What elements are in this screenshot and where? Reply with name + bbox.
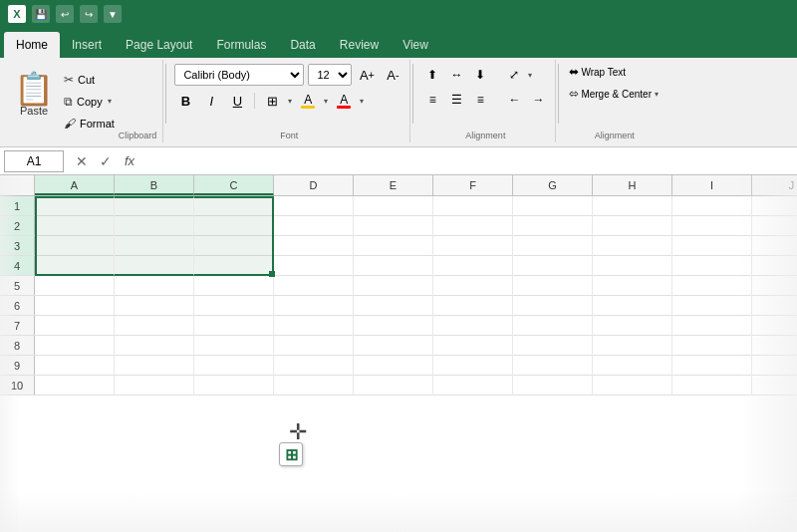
cell-D3[interactable] — [274, 236, 354, 256]
cell-G5[interactable] — [513, 276, 593, 296]
cell-A9[interactable] — [35, 356, 115, 376]
cell-H7[interactable] — [593, 316, 672, 336]
cell-F2[interactable] — [433, 216, 513, 236]
cell-D1[interactable] — [274, 196, 354, 216]
cell-F7[interactable] — [433, 316, 513, 336]
cell-H9[interactable] — [593, 356, 672, 376]
cell-C8[interactable] — [194, 336, 274, 356]
cell-J8[interactable] — [752, 336, 797, 356]
cell-B6[interactable] — [115, 296, 194, 316]
cell-E4[interactable] — [354, 256, 433, 276]
border-dropdown[interactable]: ▾ — [287, 97, 293, 106]
cell-D9[interactable] — [274, 356, 354, 376]
cell-G7[interactable] — [513, 316, 593, 336]
tab-data[interactable]: Data — [278, 32, 327, 58]
cell-H3[interactable] — [593, 236, 672, 256]
cell-I10[interactable] — [672, 376, 752, 396]
cell-G6[interactable] — [513, 296, 593, 316]
cell-D8[interactable] — [274, 336, 354, 356]
cell-J6[interactable] — [752, 296, 797, 316]
customize-btn[interactable]: ▼ — [104, 5, 122, 23]
cell-A8[interactable] — [35, 336, 115, 356]
formula-input[interactable] — [147, 150, 793, 172]
cell-J1[interactable] — [752, 196, 797, 216]
cell-F4[interactable] — [433, 256, 513, 276]
cell-B7[interactable] — [115, 316, 194, 336]
cell-H10[interactable] — [593, 376, 672, 396]
cell-C9[interactable] — [194, 356, 274, 376]
font-color-button[interactable]: A — [333, 90, 355, 112]
cell-D4[interactable] — [274, 256, 354, 276]
col-header-H[interactable]: H — [593, 175, 672, 195]
cell-I6[interactable] — [672, 296, 752, 316]
font-family-select[interactable]: Calibri (Body) — [174, 64, 304, 86]
align-top-button[interactable]: ⬆ — [421, 64, 443, 86]
text-angle-button[interactable]: ⤢ — [503, 64, 525, 86]
align-middle-button[interactable]: ↔ — [445, 64, 467, 86]
cell-J9[interactable] — [752, 356, 797, 376]
format-painter-button[interactable]: 🖌 Format — [60, 114, 119, 133]
cell-E7[interactable] — [354, 316, 433, 336]
cell-I1[interactable] — [672, 196, 752, 216]
col-header-B[interactable]: B — [115, 175, 194, 195]
cell-C1[interactable] — [194, 196, 274, 216]
cell-B3[interactable] — [115, 236, 194, 256]
cell-J3[interactable] — [752, 236, 797, 256]
cell-D5[interactable] — [274, 276, 354, 296]
col-header-J[interactable]: J — [752, 175, 797, 195]
cell-H6[interactable] — [593, 296, 672, 316]
cell-G8[interactable] — [513, 336, 593, 356]
formula-confirm-icon[interactable]: ✓ — [96, 153, 116, 169]
cell-B10[interactable] — [115, 376, 194, 396]
bold-button[interactable]: B — [174, 90, 196, 112]
cell-E3[interactable] — [354, 236, 433, 256]
cell-F3[interactable] — [433, 236, 513, 256]
cell-J4[interactable] — [752, 256, 797, 276]
cell-C6[interactable] — [194, 296, 274, 316]
cell-I9[interactable] — [672, 356, 752, 376]
cell-G4[interactable] — [513, 256, 593, 276]
cell-G9[interactable] — [513, 356, 593, 376]
merge-dropdown[interactable]: ▾ — [654, 90, 660, 99]
cell-B5[interactable] — [115, 276, 194, 296]
tab-home[interactable]: Home — [4, 32, 60, 58]
cell-B4[interactable] — [115, 256, 194, 276]
cell-D2[interactable] — [274, 216, 354, 236]
cell-E9[interactable] — [354, 356, 433, 376]
font-size-select[interactable]: 12 — [308, 64, 352, 86]
tab-page-layout[interactable]: Page Layout — [114, 32, 204, 58]
col-header-F[interactable]: F — [433, 175, 513, 195]
cell-C5[interactable] — [194, 276, 274, 296]
align-center-button[interactable]: ☰ — [445, 89, 467, 111]
cell-F6[interactable] — [433, 296, 513, 316]
align-bottom-button[interactable]: ⬇ — [469, 64, 491, 86]
undo-btn[interactable]: ↩ — [56, 5, 74, 23]
cell-B9[interactable] — [115, 356, 194, 376]
merge-center-button[interactable]: ⬄ Merge & Center ▾ — [565, 84, 664, 104]
cell-A2[interactable] — [35, 216, 115, 236]
cell-A5[interactable] — [35, 276, 115, 296]
formula-cancel-icon[interactable]: ✕ — [72, 153, 92, 169]
col-header-A[interactable]: A — [35, 175, 115, 195]
underline-button[interactable]: U — [226, 90, 248, 112]
cell-A7[interactable] — [35, 316, 115, 336]
cell-G10[interactable] — [513, 376, 593, 396]
cell-E10[interactable] — [354, 376, 433, 396]
cell-E8[interactable] — [354, 336, 433, 356]
cell-C2[interactable] — [194, 216, 274, 236]
cell-D6[interactable] — [274, 296, 354, 316]
cell-I3[interactable] — [672, 236, 752, 256]
cell-C10[interactable] — [194, 376, 274, 396]
cell-C7[interactable] — [194, 316, 274, 336]
tab-formulas[interactable]: Formulas — [204, 32, 278, 58]
fx-icon[interactable]: fx — [120, 153, 139, 168]
col-header-D[interactable]: D — [274, 175, 354, 195]
cell-F1[interactable] — [433, 196, 513, 216]
cell-reference-input[interactable] — [4, 150, 64, 172]
indent-increase-button[interactable]: → — [527, 89, 549, 111]
cell-A1[interactable] — [35, 196, 115, 216]
cell-A4[interactable] — [35, 256, 115, 276]
cell-A3[interactable] — [35, 236, 115, 256]
fill-color-button[interactable]: A — [297, 90, 319, 112]
cell-J7[interactable] — [752, 316, 797, 336]
